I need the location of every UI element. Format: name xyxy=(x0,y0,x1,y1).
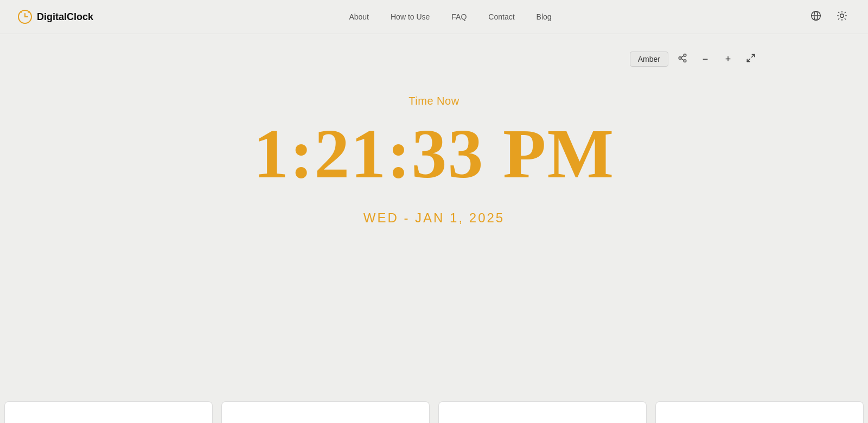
share-button[interactable] xyxy=(674,50,691,68)
bottom-card-1 xyxy=(4,401,213,423)
svg-line-7 xyxy=(839,12,839,12)
svg-line-18 xyxy=(752,54,755,57)
zoom-out-button[interactable]: − xyxy=(697,50,714,68)
time-now-label: Time Now xyxy=(409,95,459,107)
header-actions xyxy=(807,8,851,25)
share-icon xyxy=(678,53,687,66)
svg-point-4 xyxy=(840,14,844,17)
nav-how-to-use[interactable]: How to Use xyxy=(391,12,430,21)
svg-line-8 xyxy=(845,18,845,19)
nav-about[interactable]: About xyxy=(349,12,369,21)
logo-text: DigitalClock xyxy=(37,11,93,23)
plus-icon: + xyxy=(725,54,731,65)
nav-blog[interactable]: Blog xyxy=(537,12,552,21)
main-nav: About How to Use FAQ Contact Blog xyxy=(349,12,551,21)
bottom-card-3 xyxy=(438,401,647,423)
bottom-cards xyxy=(0,401,868,423)
bottom-card-2 xyxy=(221,401,430,423)
clock-time: 1:21:33 PM xyxy=(253,118,615,189)
clock-controls: Amber − + xyxy=(630,50,760,68)
svg-line-11 xyxy=(839,18,839,19)
svg-line-12 xyxy=(845,12,845,12)
zoom-in-button[interactable]: + xyxy=(719,50,737,68)
fullscreen-button[interactable] xyxy=(742,50,760,68)
globe-button[interactable] xyxy=(807,8,825,25)
header: DigitalClock About How to Use FAQ Contac… xyxy=(0,0,868,34)
logo-area: DigitalClock xyxy=(17,9,93,24)
clock-section: Time Now 1:21:33 PM WED - JAN 1, 2025 xyxy=(253,95,615,226)
theme-toggle-button[interactable] xyxy=(833,8,851,25)
svg-line-16 xyxy=(681,59,684,60)
nav-contact[interactable]: Contact xyxy=(488,12,514,21)
clock-date: WED - JAN 1, 2025 xyxy=(363,210,505,226)
globe-icon xyxy=(810,10,821,24)
svg-line-17 xyxy=(681,55,684,57)
minus-icon: − xyxy=(703,54,709,65)
main-content: Amber − + xyxy=(0,34,868,226)
fullscreen-icon xyxy=(746,53,756,66)
bottom-card-4 xyxy=(655,401,864,423)
svg-line-19 xyxy=(747,59,750,61)
color-label: Amber xyxy=(630,52,668,67)
nav-faq[interactable]: FAQ xyxy=(451,12,467,21)
sun-icon xyxy=(837,10,847,24)
logo-icon xyxy=(17,9,33,24)
